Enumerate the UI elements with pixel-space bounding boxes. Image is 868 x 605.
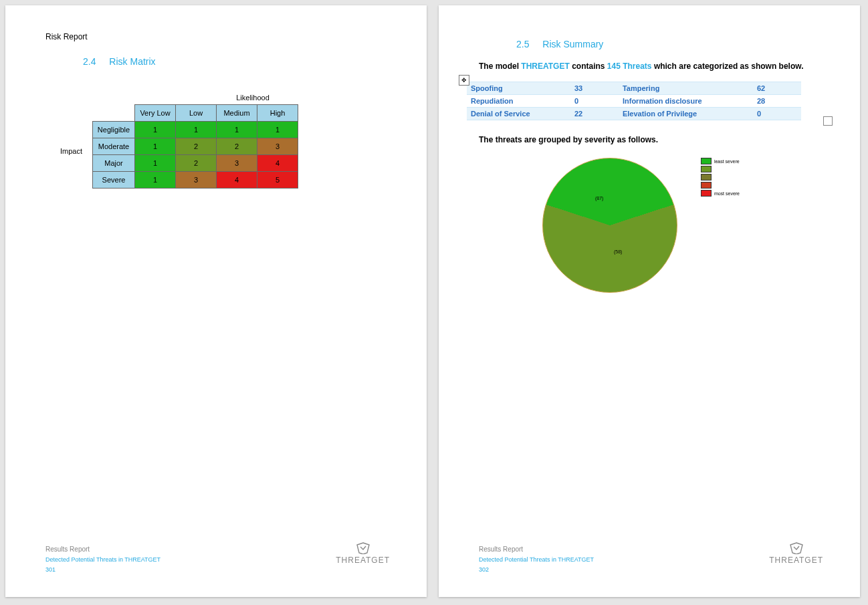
matrix-cell: 1 [135, 155, 176, 172]
category-table: Spoofing33Tampering62Repudiation0Informa… [467, 82, 801, 120]
cat-value: 28 [753, 95, 801, 108]
page-number: 302 [479, 565, 594, 574]
resize-handle-icon[interactable] [823, 116, 833, 126]
matrix-cell: 2 [217, 138, 257, 155]
legend-swatch [701, 166, 712, 172]
matrix-cell: 1 [135, 122, 176, 138]
category-row: Denial of Service22Elevation of Privileg… [467, 108, 801, 120]
pie-graphic: (87)(58) [542, 158, 677, 293]
matrix-cell: 2 [176, 155, 217, 172]
risk-matrix-table: Very Low Low Medium High Negligible1111M… [92, 104, 298, 189]
row-header: Major [93, 155, 135, 172]
sentence-brand: THREATGET [521, 62, 569, 71]
matrix-cell: 1 [217, 122, 257, 138]
cat-value: 0 [570, 95, 619, 108]
section-title: 2.4 Risk Matrix [83, 56, 390, 67]
legend-label: most severe [714, 191, 740, 196]
section-name: Risk Matrix [109, 56, 155, 67]
footer-title: Results Report [45, 544, 160, 555]
legend-swatch [701, 182, 712, 189]
sentence-count: 145 Threats [607, 62, 652, 71]
page-number: 301 [45, 565, 160, 574]
summary-sentence: The model THREATGET contains 145 Threats… [479, 62, 823, 71]
section-title: 2.5 Risk Summary [516, 39, 823, 49]
brand-logo: THREATGET [769, 542, 823, 565]
legend-row: most severe [701, 190, 740, 197]
row-header: Negligible [93, 122, 135, 138]
page-header: Risk Report [45, 32, 390, 41]
risk-matrix: Likelihood Impact Very Low Low Medium Hi… [92, 94, 346, 189]
section-name: Risk Summary [542, 39, 603, 49]
col-high: High [257, 105, 298, 122]
shield-icon [356, 542, 370, 554]
page-right: 2.5 Risk Summary The model THREATGET con… [439, 5, 860, 597]
footer-title: Results Report [479, 544, 594, 555]
sentence-suffix: which are categorized as shown below. [654, 62, 804, 71]
cat-name: Spoofing [467, 82, 570, 95]
matrix-cell: 2 [176, 138, 217, 155]
sentence-prefix: The model [479, 62, 521, 71]
footer-subtitle: Detected Potential Threats in THREATGET [479, 555, 594, 564]
row-header: Severe [93, 172, 135, 189]
matrix-cell: 4 [217, 172, 257, 189]
page-footer: Results Report Detected Potential Threat… [45, 544, 160, 574]
col-medium: Medium [217, 105, 257, 122]
legend-swatch [701, 158, 712, 164]
legend-row [701, 182, 740, 189]
matrix-header-row: Very Low Low Medium High [93, 105, 298, 122]
brand-text: THREATGET [769, 556, 823, 565]
category-row: Spoofing33Tampering62 [467, 82, 801, 95]
matrix-cell: 1 [135, 138, 176, 155]
matrix-row: Major1234 [93, 155, 298, 172]
matrix-row: Negligible1111 [93, 122, 298, 138]
matrix-cell: 4 [257, 155, 298, 172]
legend-swatch [701, 174, 712, 180]
legend-row: least severe [701, 158, 740, 164]
section-number: 2.4 [83, 56, 96, 67]
impact-label: Impact [60, 147, 82, 155]
matrix-cell: 1 [176, 122, 217, 138]
risks-pie-chart: Risks least severemost severe (87)(58) [506, 158, 786, 293]
matrix-cell: 5 [257, 172, 298, 189]
matrix-cell: 1 [257, 122, 298, 138]
category-row: Repudiation0Information disclosure28 [467, 95, 801, 108]
brand-logo: THREATGET [336, 542, 390, 565]
cat-value: 62 [753, 82, 801, 95]
cat-name: Information disclosure [619, 95, 753, 108]
matrix-row: Severe1345 [93, 172, 298, 189]
matrix-cell: 3 [217, 155, 257, 172]
cat-value: 33 [570, 82, 619, 95]
pie-slice-label: (87) [595, 196, 603, 201]
col-low: Low [176, 105, 217, 122]
category-table-wrap: ✥ Spoofing33Tampering62Repudiation0Infor… [467, 82, 823, 120]
page-left: Risk Report 2.4 Risk Matrix Likelihood I… [5, 5, 427, 597]
legend-swatch [701, 190, 712, 197]
cat-name: Repudiation [467, 95, 570, 108]
shield-icon [789, 542, 804, 554]
matrix-corner [93, 105, 135, 122]
cat-name: Denial of Service [467, 108, 570, 120]
section-number: 2.5 [516, 39, 529, 49]
move-handle-icon[interactable]: ✥ [459, 75, 469, 86]
chart-legend: least severemost severe [701, 158, 740, 198]
sentence-mid: contains [572, 62, 607, 71]
brand-text: THREATGET [336, 556, 390, 565]
legend-row [701, 166, 740, 172]
likelihood-label: Likelihood [159, 94, 346, 102]
matrix-row: Moderate1223 [93, 138, 298, 155]
group-sentence: The threats are grouped by severity as f… [479, 135, 823, 144]
matrix-cell: 1 [135, 172, 176, 189]
legend-label: least severe [714, 159, 740, 164]
cat-name: Elevation of Privilege [619, 108, 753, 120]
cat-value: 0 [753, 108, 801, 120]
cat-name: Tampering [619, 82, 753, 95]
legend-row [701, 174, 740, 180]
page-footer: Results Report Detected Potential Threat… [479, 544, 594, 574]
pie-slice-label: (58) [614, 249, 622, 254]
footer-subtitle: Detected Potential Threats in THREATGET [45, 555, 160, 564]
row-header: Moderate [93, 138, 135, 155]
matrix-cell: 3 [257, 138, 298, 155]
matrix-cell: 3 [176, 172, 217, 189]
cat-value: 22 [570, 108, 619, 120]
col-very-low: Very Low [135, 105, 176, 122]
